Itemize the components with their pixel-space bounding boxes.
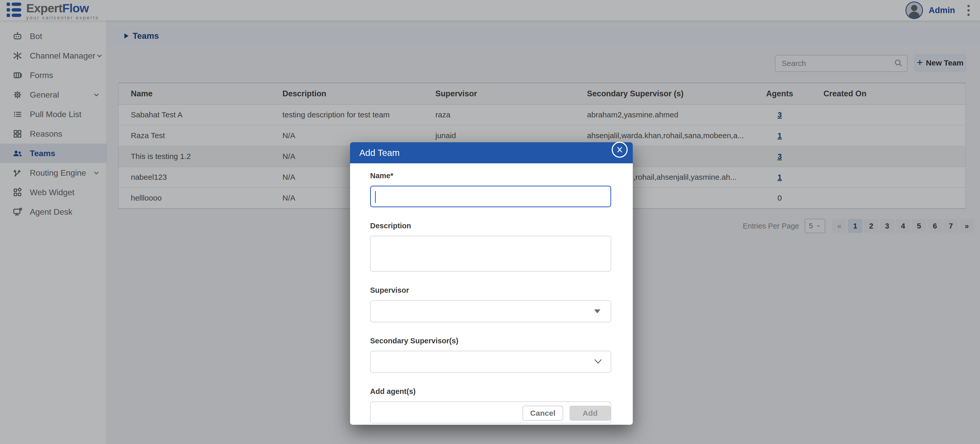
modal-header: Add Team	[350, 142, 633, 163]
description-textarea[interactable]	[370, 236, 611, 272]
description-label: Description	[370, 222, 611, 230]
team-name-input[interactable]	[370, 186, 611, 207]
close-icon[interactable]	[612, 142, 628, 158]
add-agents-label: Add agent(s)	[370, 387, 611, 396]
dropdown-arrow-icon	[594, 309, 600, 313]
cancel-button[interactable]: Cancel	[522, 406, 563, 421]
supervisor-select[interactable]	[370, 300, 611, 322]
add-button[interactable]: Add	[570, 406, 611, 421]
text-caret	[375, 191, 376, 203]
modal-title: Add Team	[359, 147, 400, 158]
secondary-supervisor-label: Secondary Supervisor(s)	[370, 337, 611, 345]
secondary-supervisor-select[interactable]	[370, 351, 611, 373]
name-label: Name*	[370, 171, 611, 180]
supervisor-label: Supervisor	[370, 286, 611, 295]
add-team-modal: Add Team Name* Description Supervisor Se…	[350, 142, 633, 425]
chevron-down-icon	[594, 358, 603, 366]
modal-footer: Cancel Add	[350, 406, 633, 421]
